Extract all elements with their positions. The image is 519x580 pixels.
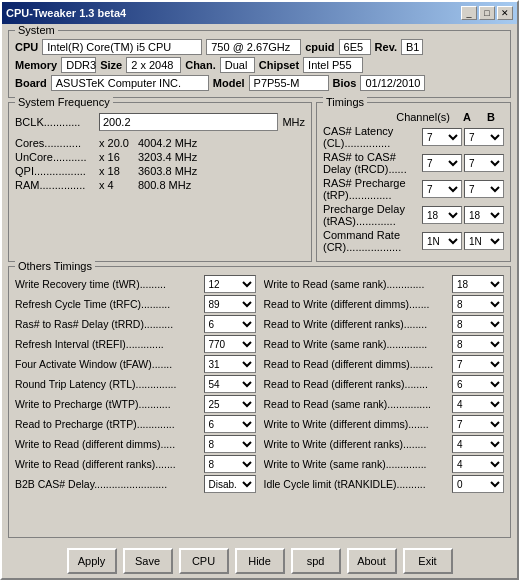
- other-right-row: Read to Read (different dimms)........7: [264, 355, 505, 373]
- board-row: Board ASUSTeK Computer INC. Model P7P55-…: [15, 75, 504, 91]
- rp-select-b[interactable]: 789: [464, 180, 504, 198]
- other-label: Write to Read (different dimms).....: [15, 438, 202, 450]
- rp-label: RAS# Precharge (tRP)..............: [323, 177, 420, 201]
- rcd-select-b[interactable]: 789: [464, 154, 504, 172]
- other-label: Round Trip Latency (RTL)..............: [15, 378, 202, 390]
- other-select-left-5[interactable]: 54: [204, 375, 256, 393]
- other-label: Idle Cycle limit (tRANKIDLE)..........: [264, 478, 451, 490]
- channel-b-label: B: [480, 111, 502, 123]
- cr-label: Command Rate (CR)..................: [323, 229, 420, 253]
- exit-button[interactable]: Exit: [403, 548, 453, 574]
- rcd-label: RAS# to CAS# Delay (tRCD)......: [323, 151, 420, 175]
- other-label: Write to Read (different ranks).......: [15, 458, 202, 470]
- other-select-right-10[interactable]: 0: [452, 475, 504, 493]
- uncore-freq: 3203.4 MHz: [138, 151, 197, 163]
- other-select-right-7[interactable]: 7: [452, 415, 504, 433]
- uncore-label: UnCore...........: [15, 151, 95, 163]
- cas-row: CAS# Latency (CL)............... 78910 7…: [323, 125, 504, 149]
- other-select-right-1[interactable]: 8: [452, 295, 504, 313]
- other-select-right-4[interactable]: 7: [452, 355, 504, 373]
- other-select-right-9[interactable]: 4: [452, 455, 504, 473]
- cpuid-value: 6E5: [339, 39, 371, 55]
- rcd-select-a[interactable]: 789: [422, 154, 462, 172]
- timings-group-title: Timings: [323, 96, 367, 108]
- other-label: Read to Write (same rank)..............: [264, 338, 451, 350]
- system-group-title: System: [15, 24, 58, 36]
- other-select-left-2[interactable]: 6: [204, 315, 256, 333]
- other-label: Write to Write (same rank)..............: [264, 458, 451, 470]
- other-left-row: Refresh Cycle Time (tRFC)..........89: [15, 295, 256, 313]
- cr-select-b[interactable]: 1N2N: [464, 232, 504, 250]
- about-button[interactable]: About: [347, 548, 397, 574]
- other-label: Write Recovery time (tWR).........: [15, 278, 202, 290]
- apply-button[interactable]: Apply: [67, 548, 117, 574]
- qpi-freq: 3603.8 MHz: [138, 165, 197, 177]
- rev-label: Rev.: [375, 41, 397, 53]
- close-button[interactable]: ✕: [497, 6, 513, 20]
- other-select-right-5[interactable]: 6: [452, 375, 504, 393]
- other-select-left-1[interactable]: 89: [204, 295, 256, 313]
- other-select-right-2[interactable]: 8: [452, 315, 504, 333]
- other-select-left-0[interactable]: 12: [204, 275, 256, 293]
- spd-button[interactable]: spd: [291, 548, 341, 574]
- mem-chan-label: Chan.: [185, 59, 216, 71]
- other-right-row: Read to Write (different dimms).......8: [264, 295, 505, 313]
- hide-button[interactable]: Hide: [235, 548, 285, 574]
- ram-mult: x 4: [99, 179, 134, 191]
- other-label: Four Activate Window (tFAW).......: [15, 358, 202, 370]
- cores-label: Cores............: [15, 137, 95, 149]
- window-controls: _ □ ✕: [461, 6, 513, 20]
- cas-select-a[interactable]: 78910: [422, 128, 462, 146]
- other-label: Read to Precharge (tRTP).............: [15, 418, 202, 430]
- cas-select-b[interactable]: 78910: [464, 128, 504, 146]
- other-select-right-8[interactable]: 4: [452, 435, 504, 453]
- cpu-label: CPU: [15, 41, 38, 53]
- title-bar: CPU-Tweaker 1.3 beta4 _ □ ✕: [2, 2, 517, 24]
- channel-header: Channel(s) A B: [323, 111, 504, 123]
- other-select-left-7[interactable]: 6: [204, 415, 256, 433]
- other-right-row: Read to Read (different ranks)........6: [264, 375, 505, 393]
- tras-select-a[interactable]: 182024: [422, 206, 462, 224]
- cr-select-a[interactable]: 1N2N: [422, 232, 462, 250]
- other-select-left-8[interactable]: 8: [204, 435, 256, 453]
- other-select-left-9[interactable]: 8: [204, 455, 256, 473]
- main-content: System CPU Intel(R) Core(TM) i5 CPU 750 …: [2, 24, 517, 544]
- minimize-button[interactable]: _: [461, 6, 477, 20]
- cpu-value: Intel(R) Core(TM) i5 CPU: [42, 39, 202, 55]
- other-left-row: Write to Read (different ranks).......8: [15, 455, 256, 473]
- other-select-right-0[interactable]: 18: [452, 275, 504, 293]
- save-button[interactable]: Save: [123, 548, 173, 574]
- other-label: Ras# to Ras# Delay (tRRD)..........: [15, 318, 202, 330]
- other-left-row: B2B CAS# Delay.........................D…: [15, 475, 256, 493]
- channel-label: Channel(s): [396, 111, 450, 123]
- other-left-row: Round Trip Latency (RTL)..............54: [15, 375, 256, 393]
- other-label: Read to Read (different ranks)........: [264, 378, 451, 390]
- other-label: Read to Read (different dimms)........: [264, 358, 451, 370]
- other-select-left-3[interactable]: 770: [204, 335, 256, 353]
- other-select-left-10[interactable]: Disab.: [204, 475, 256, 493]
- other-left-row: Write to Read (different dimms).....8: [15, 435, 256, 453]
- memory-label: Memory: [15, 59, 57, 71]
- bclk-label: BCLK............: [15, 116, 95, 128]
- cpu-button[interactable]: CPU: [179, 548, 229, 574]
- memory-row: Memory DDR3 Size 2 x 2048 Chan. Dual Chi…: [15, 57, 504, 73]
- other-select-left-4[interactable]: 31: [204, 355, 256, 373]
- other-select-right-3[interactable]: 8: [452, 335, 504, 353]
- other-select-right-6[interactable]: 4: [452, 395, 504, 413]
- others-group: Others Timings Write Recovery time (tWR)…: [8, 266, 511, 538]
- rp-select-a[interactable]: 789: [422, 180, 462, 198]
- ram-row: RAM............... x 4 800.8 MHz: [15, 179, 305, 191]
- mem-chan: Dual: [220, 57, 255, 73]
- others-group-title: Others Timings: [15, 260, 95, 272]
- maximize-button[interactable]: □: [479, 6, 495, 20]
- bios-value: 01/12/2010: [360, 75, 425, 91]
- cr-row: Command Rate (CR).................. 1N2N…: [323, 229, 504, 253]
- other-select-left-6[interactable]: 25: [204, 395, 256, 413]
- other-left-row: Ras# to Ras# Delay (tRRD)..........6: [15, 315, 256, 333]
- cpu-speed: 750 @ 2.67GHz: [206, 39, 301, 55]
- tras-select-b[interactable]: 182024: [464, 206, 504, 224]
- others-grid: Write Recovery time (tWR).........12Writ…: [15, 275, 504, 493]
- tras-row: Precharge Delay (tRAS)............. 1820…: [323, 203, 504, 227]
- bclk-input[interactable]: [99, 113, 278, 131]
- qpi-label: QPI.................: [15, 165, 95, 177]
